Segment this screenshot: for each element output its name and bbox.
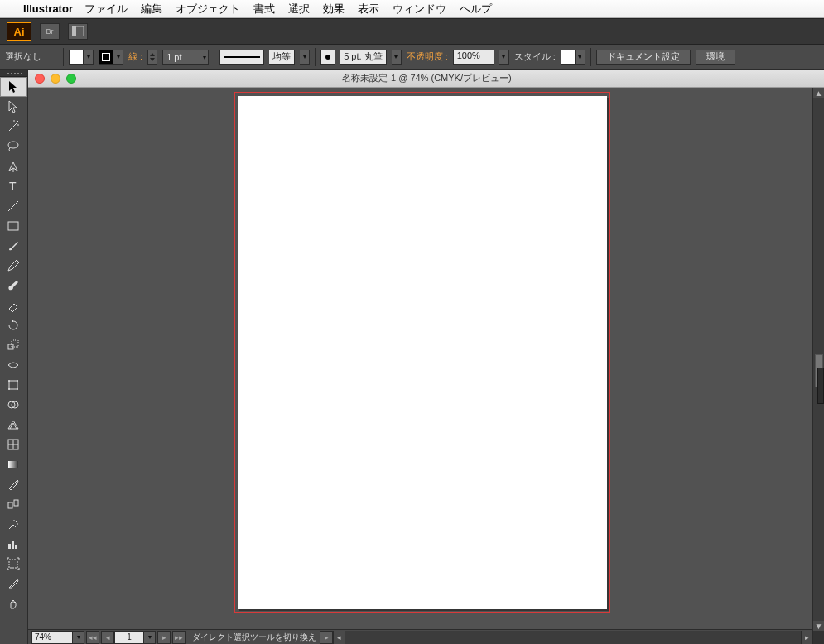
stroke-weight-input[interactable]: 1 pt ▾ [162,50,209,65]
collapsed-panel-tab[interactable] [817,368,824,404]
brush-definition[interactable] [320,50,335,65]
zoom-window-button[interactable] [66,74,76,84]
svg-rect-22 [9,560,17,568]
menu-window[interactable]: ウィンドウ [393,2,446,17]
app-name[interactable]: Illustrator [23,2,73,15]
column-graph-tool[interactable] [0,534,27,554]
menu-effect[interactable]: 効果 [323,2,345,17]
arrange-documents-button[interactable] [68,23,88,40]
svg-rect-1 [72,26,76,36]
fill-dropdown-caret-icon[interactable]: ▾ [84,50,94,65]
menu-object[interactable]: オブジェクト [176,2,240,17]
opacity-caret-icon[interactable]: ▾ [499,50,509,65]
document-area: 名称未設定-1 @ 74% (CMYK/プレビュー) ▲ ▼ 74% ▾ ◂◂ … [28,70,824,644]
slice-tool[interactable] [0,574,27,594]
opacity-input[interactable]: 100% [453,50,494,65]
prev-artboard-button[interactable]: ◂ [101,631,114,644]
eyedropper-tool[interactable] [0,474,27,494]
artboard-caret-icon[interactable]: ▾ [144,631,156,644]
svg-rect-5 [8,222,18,230]
direct-selection-tool[interactable] [0,97,27,117]
svg-point-2 [8,142,18,148]
document-setup-button[interactable]: ドキュメント設定 [596,50,691,65]
svg-rect-18 [14,500,18,506]
free-transform-tool[interactable] [0,375,27,395]
last-artboard-button[interactable]: ▸▸ [172,631,186,644]
vertical-scrollbar[interactable]: ▲ ▼ [812,88,824,631]
scroll-track[interactable] [813,98,825,621]
scroll-right-icon[interactable]: ▸ [801,631,812,644]
macos-menubar: Illustrator ファイル 編集 オブジェクト 書式 選択 効果 表示 ウ… [0,0,824,18]
pen-tool[interactable] [0,156,27,176]
line-tool[interactable] [0,196,27,216]
separator [590,48,591,66]
rectangle-tool[interactable] [0,216,27,236]
status-tool-hint: ダイレクト選択ツールを切り換え [192,632,316,643]
status-menu-button[interactable]: ▸ [320,631,333,644]
resize-corner[interactable] [812,631,824,644]
symbol-sprayer-tool[interactable] [0,514,27,534]
minimize-window-button[interactable] [51,74,60,84]
graphic-style-swatch[interactable]: ▾ [561,50,585,65]
preferences-button[interactable]: 環境 [696,50,735,65]
brush-caret-icon[interactable]: ▾ [392,50,402,65]
selection-tool[interactable] [0,77,27,97]
bridge-button[interactable]: Br [40,23,60,40]
svg-point-9 [8,380,10,382]
next-artboard-button[interactable]: ▸ [157,631,171,644]
scale-tool[interactable] [0,335,27,355]
lasso-tool[interactable] [0,137,27,156]
type-tool[interactable]: T [0,176,27,196]
profile-caret-icon[interactable]: ▾ [300,50,310,65]
opacity-label: 不透明度 : [407,50,448,63]
scroll-left-icon[interactable]: ◂ [333,631,345,644]
stroke-weight-stepper[interactable] [147,50,157,65]
magic-wand-tool[interactable] [0,117,27,137]
svg-rect-20 [12,541,14,549]
svg-point-11 [8,388,10,390]
style-swatch-icon [561,50,576,65]
horizontal-scrollbar[interactable] [345,631,801,644]
menu-type[interactable]: 書式 [253,2,275,17]
panel-grip[interactable] [0,70,27,77]
artboard-tool[interactable] [0,554,27,574]
selection-status: 選択なし [5,50,41,63]
shape-builder-tool[interactable] [0,395,27,415]
gradient-tool[interactable] [0,454,27,474]
first-artboard-button[interactable]: ◂◂ [86,631,99,644]
stroke-dropdown-caret-icon[interactable]: ▾ [113,50,123,65]
zoom-dropdown-caret-icon[interactable]: ▾ [73,631,84,644]
hand-tool[interactable] [0,594,27,613]
artboard[interactable] [238,96,607,609]
rotate-tool[interactable] [0,315,27,335]
blob-brush-tool[interactable] [0,276,27,296]
app-header: Ai Br [0,18,824,45]
brush-label: 5 pt. 丸筆 [340,50,386,65]
menu-edit[interactable]: 編集 [141,2,162,17]
stroke-swatch[interactable]: ▾ [99,50,123,65]
brush-icon [325,55,330,60]
separator [214,48,214,66]
style-caret-icon[interactable]: ▾ [576,50,585,65]
menu-file[interactable]: ファイル [84,2,128,17]
scroll-down-icon[interactable]: ▼ [814,621,824,631]
width-tool[interactable] [0,355,27,375]
svg-rect-16 [8,461,18,468]
scroll-up-icon[interactable]: ▲ [814,88,824,98]
illustrator-logo-icon[interactable]: Ai [7,22,31,41]
zoom-input[interactable]: 74% [31,631,73,644]
eraser-tool[interactable] [0,296,27,315]
fill-swatch[interactable]: ▾ [69,50,94,65]
mesh-tool[interactable] [0,435,27,454]
menu-help[interactable]: ヘルプ [460,2,492,17]
artboard-number-input[interactable]: 1 [114,631,144,644]
paintbrush-tool[interactable] [0,236,27,256]
canvas[interactable] [28,88,824,629]
pencil-tool[interactable] [0,256,27,276]
menu-view[interactable]: 表示 [358,2,379,17]
close-window-button[interactable] [35,74,45,84]
menu-select[interactable]: 選択 [288,2,310,17]
blend-tool[interactable] [0,494,27,514]
perspective-grid-tool[interactable] [0,415,27,435]
variable-width-profile[interactable] [219,50,264,65]
